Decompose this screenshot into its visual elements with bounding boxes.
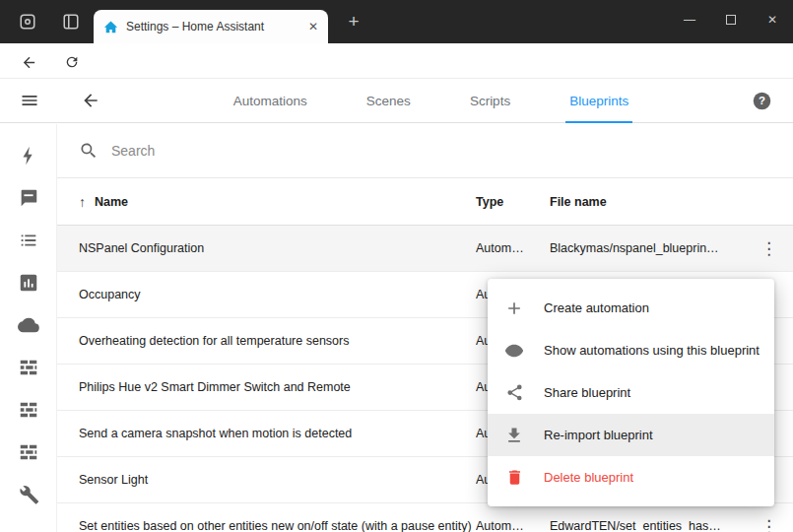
refresh-button[interactable] (59, 49, 85, 75)
addon-bricks-icon[interactable] (17, 398, 40, 422)
row-name: Send a camera snapshot when motion is de… (79, 427, 476, 440)
ha-header: Automations Scenes Scripts Blueprints ? (0, 79, 793, 123)
menu-item-reimport-blueprint[interactable]: Re-import blueprint (488, 414, 774, 456)
table-header: ↑ Name Type File name (57, 178, 793, 226)
maximize-button[interactable] (710, 0, 752, 39)
share-icon (503, 382, 525, 404)
svg-text:?: ? (759, 95, 765, 106)
close-window-button[interactable]: ✕ (752, 0, 793, 39)
table-row[interactable]: NSPanel Configuration Autom… Blackymas/n… (57, 226, 793, 272)
sidebar-menu-icon[interactable] (18, 89, 41, 112)
tab-blueprints[interactable]: Blueprints (565, 79, 632, 123)
column-type[interactable]: Type (476, 195, 550, 209)
menu-item-label: Re-import blueprint (544, 428, 653, 442)
menu-item-label: Delete blueprint (544, 470, 633, 485)
row-name: NSPanel Configuration (79, 241, 476, 255)
window-controls: — ✕ (669, 0, 793, 39)
menu-item-create-automation[interactable]: Create automation (488, 287, 774, 329)
row-type: Autom… (476, 241, 550, 255)
search-bar (57, 124, 793, 178)
menu-item-share-blueprint[interactable]: Share blueprint (488, 371, 774, 414)
assist-chat-icon[interactable] (17, 186, 40, 210)
row-name: Overheating detection for all temperatur… (79, 334, 476, 348)
menu-item-label: Show automations using this blueprint (544, 343, 760, 358)
row-name: Philips Hue v2 Smart Dimmer Switch and R… (79, 380, 476, 394)
workspaces-icon[interactable] (16, 10, 39, 33)
row-file: EdwardTEN/set_entities_has… (550, 519, 746, 532)
menu-item-label: Share blueprint (544, 385, 630, 400)
trash-icon (503, 467, 525, 489)
addon-bricks-icon[interactable] (17, 440, 40, 464)
energy-bolt-icon[interactable] (17, 144, 40, 167)
download-icon (503, 425, 525, 446)
back-button[interactable] (16, 49, 41, 75)
blueprint-context-menu: Create automation Show automations using… (488, 279, 774, 506)
search-input[interactable] (111, 143, 771, 159)
row-type: Autom… (476, 519, 550, 532)
row-name: Set entities based on other entities new… (79, 519, 476, 532)
row-overflow-menu-icon[interactable]: ⋮ (760, 516, 778, 532)
tab-close-icon[interactable]: ✕ (308, 20, 318, 33)
menu-item-delete-blueprint[interactable]: Delete blueprint (488, 456, 774, 499)
table-row[interactable]: Set entities based on other entities new… (57, 503, 793, 532)
new-tab-button[interactable]: + (341, 9, 366, 34)
eye-icon (503, 340, 525, 362)
row-overflow-menu-icon[interactable]: ⋮ (760, 238, 778, 259)
cloud-icon[interactable] (17, 313, 40, 337)
browser-tab[interactable]: Settings – Home Assistant ✕ (94, 10, 328, 43)
browser-window: Settings – Home Assistant ✕ + — ✕ Not se… (0, 0, 793, 532)
maximize-icon (726, 15, 736, 25)
ha-back-icon[interactable] (79, 89, 102, 112)
help-icon[interactable]: ? (750, 89, 773, 112)
search-icon (79, 141, 99, 161)
column-file[interactable]: File name (550, 195, 746, 209)
sort-ascending-icon[interactable]: ↑ (79, 194, 86, 210)
history-chart-icon[interactable] (17, 271, 40, 295)
browser-titlebar: Settings – Home Assistant ✕ + — ✕ (0, 0, 793, 43)
row-file: Blackymas/nspanel_blueprin… (550, 241, 746, 255)
minimize-button[interactable]: — (669, 0, 710, 39)
tab-automations[interactable]: Automations (230, 79, 311, 123)
browser-toolbar: Not secure homeassistant.local:8123/... … (0, 43, 793, 79)
tab-scenes[interactable]: Scenes (363, 79, 415, 123)
row-name: Occupancy (79, 288, 476, 301)
tab-title: Settings – Home Assistant (126, 20, 300, 33)
plus-icon (503, 298, 525, 319)
column-name[interactable]: Name (95, 195, 128, 209)
menu-item-label: Create automation (544, 300, 649, 315)
row-name: Sensor Light (79, 473, 476, 487)
addon-bricks-icon[interactable] (17, 356, 40, 379)
tab-scripts[interactable]: Scripts (466, 79, 514, 123)
tab-actions-icon[interactable] (59, 10, 83, 33)
ha-tab-bar: Automations Scenes Scripts Blueprints (167, 79, 694, 123)
logbook-list-icon[interactable] (17, 229, 40, 252)
home-assistant-favicon (103, 20, 118, 34)
ha-sidebar-rail (0, 124, 57, 532)
developer-tools-wrench-icon[interactable] (17, 483, 40, 506)
menu-item-show-automations[interactable]: Show automations using this blueprint (488, 329, 774, 371)
